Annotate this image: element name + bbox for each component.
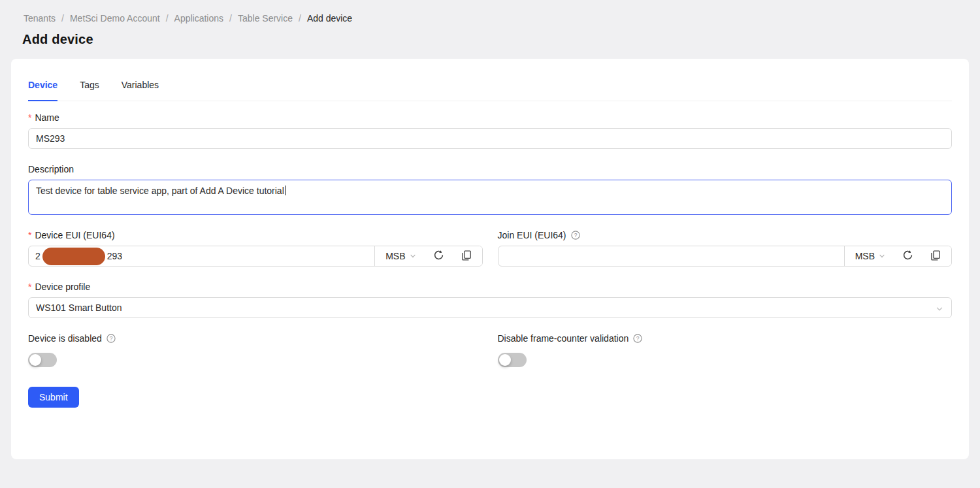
join-eui-input[interactable] bbox=[498, 246, 844, 266]
dev-eui-byte-order-select[interactable]: MSB bbox=[385, 251, 416, 261]
text-cursor bbox=[285, 186, 286, 195]
breadcrumb: Tenants / MetSci Demo Account / Applicat… bbox=[22, 13, 956, 24]
dev-eui-input[interactable]: 2 293 bbox=[29, 246, 374, 266]
join-eui-addon: MSB bbox=[844, 246, 951, 266]
join-eui-generate-button[interactable] bbox=[902, 250, 913, 263]
svg-text:?: ? bbox=[574, 232, 577, 238]
dev-eui-prefix: 2 bbox=[35, 251, 41, 261]
device-profile-field-group: * Device profile WS101 Smart Button bbox=[28, 282, 952, 318]
breadcrumb-separator: / bbox=[61, 13, 64, 24]
tab-device[interactable]: Device bbox=[28, 80, 57, 101]
name-field-group: * Name bbox=[28, 112, 952, 149]
dev-eui-field-group: * Device EUI (EUI64) 2 293 MSB bbox=[28, 230, 483, 267]
reload-icon bbox=[433, 250, 444, 263]
device-profile-value: WS101 Smart Button bbox=[36, 302, 122, 313]
device-disabled-help-icon[interactable]: ? bbox=[106, 334, 116, 343]
breadcrumb-tenants[interactable]: Tenants bbox=[24, 13, 56, 24]
breadcrumb-current: Add device bbox=[307, 13, 352, 24]
toggle-knob bbox=[29, 354, 41, 366]
description-text: Test device for table service app, part … bbox=[36, 186, 284, 196]
device-disabled-label: Device is disabled bbox=[28, 333, 102, 344]
breadcrumb-applications[interactable]: Applications bbox=[174, 13, 224, 24]
dev-eui-addon: MSB bbox=[374, 246, 482, 266]
join-eui-label-row: Join EUI (EUI64) ? bbox=[498, 230, 953, 240]
description-textarea[interactable]: Test device for table service app, part … bbox=[28, 180, 952, 215]
device-form: * Name Description Test device for table… bbox=[11, 101, 969, 408]
byte-order-value: MSB bbox=[385, 251, 405, 261]
frame-counter-label-row: Disable frame-counter validation ? bbox=[498, 333, 953, 344]
join-eui-byte-order-select[interactable]: MSB bbox=[855, 251, 885, 261]
chevron-down-icon bbox=[936, 304, 943, 315]
description-label-row: Description bbox=[28, 164, 952, 174]
frame-counter-field-group: Disable frame-counter validation ? bbox=[498, 333, 953, 368]
byte-order-value: MSB bbox=[855, 251, 875, 261]
device-disabled-label-row: Device is disabled ? bbox=[28, 333, 483, 344]
name-label-row: * Name bbox=[28, 112, 952, 123]
chevron-down-icon bbox=[410, 251, 416, 261]
copy-icon bbox=[930, 250, 941, 263]
required-asterisk: * bbox=[28, 282, 31, 292]
name-input[interactable] bbox=[28, 128, 952, 149]
submit-button[interactable]: Submit bbox=[28, 387, 79, 408]
copy-icon bbox=[461, 250, 472, 263]
join-eui-input-group: MSB bbox=[498, 246, 953, 267]
toggles-row: Device is disabled ? Disable frame-count… bbox=[28, 333, 952, 383]
toggle-knob bbox=[499, 354, 511, 366]
join-eui-field-group: Join EUI (EUI64) ? MSB bbox=[498, 230, 953, 267]
description-label: Description bbox=[28, 164, 74, 174]
device-disabled-toggle[interactable] bbox=[28, 353, 57, 367]
frame-counter-toggle[interactable] bbox=[498, 353, 527, 367]
add-device-card: Device Tags Variables * Name Description… bbox=[11, 59, 969, 459]
name-label: Name bbox=[35, 112, 59, 123]
breadcrumb-separator: / bbox=[299, 13, 301, 24]
dev-eui-label: Device EUI (EUI64) bbox=[35, 230, 114, 240]
tab-tags[interactable]: Tags bbox=[80, 80, 99, 101]
breadcrumb-separator: / bbox=[229, 13, 232, 24]
breadcrumb-tenant-name[interactable]: MetSci Demo Account bbox=[70, 13, 160, 24]
dev-eui-copy-button[interactable] bbox=[461, 250, 472, 263]
required-asterisk: * bbox=[28, 112, 31, 123]
join-eui-help-icon[interactable]: ? bbox=[571, 231, 580, 240]
page-header: Tenants / MetSci Demo Account / Applicat… bbox=[0, 0, 980, 47]
page-title: Add device bbox=[22, 32, 956, 47]
device-disabled-field-group: Device is disabled ? bbox=[28, 333, 483, 368]
redaction-overlay bbox=[42, 248, 105, 265]
required-asterisk: * bbox=[28, 230, 31, 240]
device-profile-label: Device profile bbox=[35, 282, 90, 292]
join-eui-label: Join EUI (EUI64) bbox=[498, 230, 566, 240]
tab-variables[interactable]: Variables bbox=[122, 80, 159, 101]
eui-row: * Device EUI (EUI64) 2 293 MSB bbox=[28, 230, 952, 282]
description-field-group: Description Test device for table servic… bbox=[28, 164, 952, 215]
chevron-down-icon bbox=[879, 251, 885, 261]
breadcrumb-application-name[interactable]: Table Service bbox=[238, 13, 293, 24]
tab-bar: Device Tags Variables bbox=[28, 59, 952, 101]
svg-text:?: ? bbox=[109, 335, 112, 342]
frame-counter-label: Disable frame-counter validation bbox=[498, 333, 629, 344]
svg-text:?: ? bbox=[636, 335, 640, 342]
join-eui-copy-button[interactable] bbox=[930, 250, 941, 263]
device-profile-select[interactable]: WS101 Smart Button bbox=[28, 297, 952, 318]
reload-icon bbox=[902, 250, 913, 263]
dev-eui-generate-button[interactable] bbox=[433, 250, 444, 263]
breadcrumb-separator: / bbox=[166, 13, 169, 24]
dev-eui-suffix: 293 bbox=[107, 251, 122, 261]
dev-eui-input-group: 2 293 MSB bbox=[28, 246, 483, 267]
device-profile-label-row: * Device profile bbox=[28, 282, 952, 292]
frame-counter-help-icon[interactable]: ? bbox=[633, 334, 642, 343]
dev-eui-label-row: * Device EUI (EUI64) bbox=[28, 230, 483, 240]
